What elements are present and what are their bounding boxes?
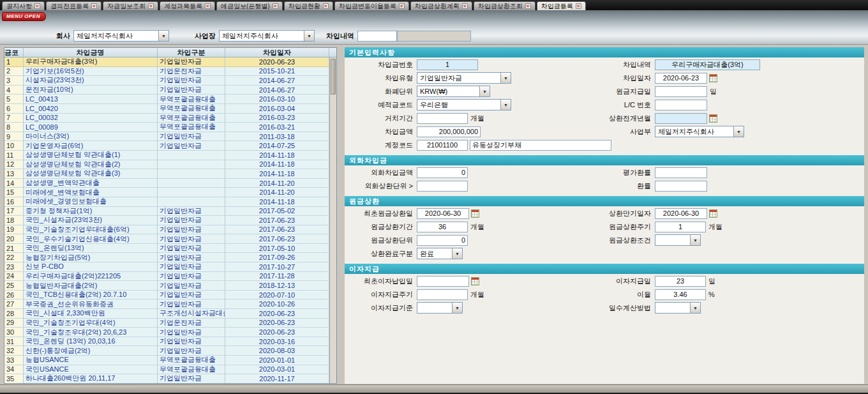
loan-desc-filter-input[interactable]	[357, 31, 397, 42]
interest-rate-field[interactable]	[655, 289, 706, 300]
tab[interactable]: 차입금변동이율등록 ✕	[334, 1, 409, 10]
table-row[interactable]: 35 하나대출260백만원 20,11,17 기업일반자금 2020-11-17	[4, 374, 329, 383]
deposit-code-select[interactable]: 우리은행 ▼	[417, 99, 511, 110]
close-icon[interactable]: ✕	[462, 3, 468, 9]
table-row[interactable]: 22 농협장기차입금(5억) 기업일반자금 2017-09-26	[4, 253, 329, 262]
calendar-icon[interactable]	[709, 74, 717, 82]
table-row[interactable]: 32 신한(-)통장예금(2억) 기업일반자금 2020-08-03	[4, 346, 329, 356]
table-row[interactable]: 9 마이너스(3억) 기업일반자금 2011-03-18	[4, 132, 329, 142]
table-row[interactable]: 4 운전자금(10억) 기업일반자금 2014-06-27	[4, 86, 329, 95]
calendar-icon[interactable]	[709, 209, 717, 218]
close-icon[interactable]: ✕	[576, 3, 581, 9]
close-icon[interactable]: ✕	[205, 3, 211, 9]
close-icon[interactable]: ✕	[91, 3, 97, 9]
table-row[interactable]: 1 우리구매자금대출(3억) 기업일반자금 2020-06-23	[4, 57, 329, 67]
table-row[interactable]: 10 기업운영자금(6억) 기업일반자금 2014-07-25	[4, 141, 329, 151]
table-row[interactable]: 31 국민_온렌딩 (13억) 20,03,16 기업일반자금 2020-03-…	[4, 337, 329, 347]
repay-complete-select[interactable]: 완료 ▼	[417, 248, 463, 259]
company-select[interactable]: 제일저지주식회사 ▼	[73, 30, 169, 42]
tab[interactable]: 자금일보조회 ✕	[103, 1, 158, 10]
repay-unit-field[interactable]	[417, 235, 468, 246]
loan-type-select[interactable]: 기업일반자금 ▼	[417, 72, 511, 84]
table-row[interactable]: 21 국민_온렌딩(13억) 기업일반자금 2017-05-10	[4, 244, 329, 254]
division-select[interactable]: 제일저지주식회사 ▼	[655, 126, 744, 137]
header-loan-name[interactable]: 차입금명	[24, 48, 158, 57]
rate-field[interactable]	[655, 181, 707, 192]
calendar-icon[interactable]	[709, 114, 717, 123]
eval-rate-field[interactable]	[655, 167, 707, 178]
loan-desc-filter-input-2[interactable]	[397, 31, 471, 42]
table-row[interactable]: 2 기업기보(16억5천) 기업운전자금 2015-10-21	[4, 67, 329, 77]
table-row[interactable]: 23 신보 P-CBO 기업일반자금 2017-10-27	[4, 262, 329, 272]
interest-cycle-field[interactable]	[417, 289, 468, 300]
maturity-date-field[interactable]	[655, 208, 707, 219]
table-row[interactable]: 24 우리구매자금대출(2억)221205 기업일반자금 2017-11-28	[4, 272, 329, 282]
menu-open-button[interactable]: MENU OPEN	[2, 12, 46, 21]
tab[interactable]: 계정과목등록 ✕	[160, 1, 215, 10]
table-row[interactable]: 29 국민_기술창조기업우대(4억) 기업운전자금 2020-06-23	[4, 319, 329, 328]
tab[interactable]: 결의전표등록 ✕	[46, 1, 101, 10]
close-icon[interactable]: ✕	[34, 3, 40, 9]
scrollbar-thumb[interactable]	[331, 59, 336, 95]
tab[interactable]: 예금일보(은행별) ✕	[216, 1, 283, 10]
first-interest-date-field[interactable]	[417, 276, 469, 287]
account-name-field[interactable]	[470, 140, 611, 151]
close-icon[interactable]: ✕	[148, 3, 154, 9]
table-row[interactable]: 30 국민_기술창조우대(2억) 20,6,23 기업일반자금 2020-06-…	[4, 328, 329, 337]
calendar-icon[interactable]	[471, 209, 479, 218]
currency-select[interactable]: KRW(₩) ▼	[417, 86, 490, 97]
repay-condition-select[interactable]: ▼	[655, 234, 701, 246]
account-code-field[interactable]	[417, 140, 468, 151]
repay-cycle-field[interactable]	[655, 222, 706, 232]
table-row[interactable]: 8 LC_00089 무역포괄금융대출 2016-03-21	[4, 123, 329, 132]
table-row[interactable]: 25 농협일반자금대출(2억) 기업일반자금 2018-12-13	[4, 281, 329, 291]
table-row[interactable]: 34 국민USANCE 무역포괄금융대출 2020-03-01	[4, 365, 329, 375]
calendar-icon[interactable]	[471, 277, 479, 285]
tab[interactable]: 차입금현황 ✕	[284, 1, 333, 10]
principal-pay-date-field[interactable]	[655, 86, 707, 97]
tab[interactable]: 차입금상환계획 ✕	[410, 1, 472, 10]
table-row[interactable]: 33 농협USANCE 무역포괄금융대출 2020-01-01	[4, 356, 329, 365]
table-row[interactable]: 15 미래에셋_변액보험대출 2014-11-20	[4, 188, 329, 197]
table-row[interactable]: 13 삼성생명단체보험 약관대출(3) 2014-11-18	[4, 169, 329, 179]
table-row[interactable]: 3 시설자금(23억3천) 기업일반자금 2014-06-27	[4, 76, 329, 86]
loan-date-field[interactable]	[655, 73, 707, 84]
close-icon[interactable]: ✕	[525, 3, 531, 9]
loan-amount-field[interactable]	[417, 126, 481, 137]
table-row[interactable]: 17 중기청 정책자금(1억) 기업일반자금 2017-05-02	[4, 207, 329, 216]
close-icon[interactable]: ✕	[399, 3, 405, 9]
close-icon[interactable]: ✕	[273, 3, 278, 9]
site-select[interactable]: 제일저지주식회사 ▼	[219, 30, 315, 42]
table-row[interactable]: 6 LC_00420 무역포괄금융대출 2016-03-04	[4, 104, 329, 114]
interest-pay-day-field[interactable]	[655, 276, 706, 287]
table-row[interactable]: 16 미래에셋_경영인보험대출 2014-11-18	[4, 197, 329, 207]
table-row[interactable]: 14 삼성생명_변액약관대출 2014-11-20	[4, 179, 329, 188]
loan-no-field[interactable]	[417, 59, 478, 70]
header-loan-type[interactable]: 차입구분	[158, 48, 225, 57]
loan-desc-field[interactable]	[655, 59, 760, 70]
table-row[interactable]: 18 국민_시설자금(23억3천) 기업일반자금 2017-06-23	[4, 216, 329, 225]
tab[interactable]: 차입금등록 ✕	[537, 1, 586, 10]
table-row[interactable]: 11 삼성생명단체보험 약관대출(1) 2014-11-18	[4, 151, 329, 160]
rollover-field[interactable]	[655, 113, 707, 124]
table-row[interactable]: 20 국민_우수기술기업신용대출(4억) 기업일반자금 2017-06-23	[4, 234, 329, 244]
close-icon[interactable]: ✕	[323, 3, 329, 9]
header-loan-code[interactable]: 차입금코드	[4, 48, 24, 57]
header-loan-date[interactable]: 차입일자	[225, 48, 329, 57]
table-row[interactable]: 27 부국증권_선순위유동화증권 기업일반자금 2020-10-26	[4, 299, 329, 309]
table-row[interactable]: 5 LC_00413 무역포괄금융대출 2016-03-10	[4, 95, 329, 104]
grace-period-field[interactable]	[417, 113, 468, 124]
repay-period-field[interactable]	[417, 222, 468, 232]
table-scrollbar[interactable]	[329, 57, 336, 383]
table-row[interactable]: 12 삼성생명단체보험 약관대출(2) 2014-11-18	[4, 160, 329, 170]
fx-amount-field[interactable]	[417, 167, 468, 178]
interest-basis-select[interactable]: ▼	[417, 302, 463, 314]
table-row[interactable]: 19 국민_기술창조기업우대대출(6억) 기업일반자금 2017-06-23	[4, 225, 329, 235]
tab[interactable]: 차입금상환조회 ✕	[474, 1, 535, 10]
table-row[interactable]: 28 국민_시설대 2,330백만원 구조개선시설자금대출 2020-06-23	[4, 309, 329, 319]
day-calc-select[interactable]: ▼	[655, 302, 701, 314]
table-row[interactable]: 7 LC_00032 무역포괄금융대출 2016-03-23	[4, 114, 329, 123]
lc-no-field[interactable]	[655, 100, 707, 110]
fx-unit-field[interactable]	[417, 181, 468, 192]
tab[interactable]: 공지사항 ✕	[2, 1, 45, 10]
